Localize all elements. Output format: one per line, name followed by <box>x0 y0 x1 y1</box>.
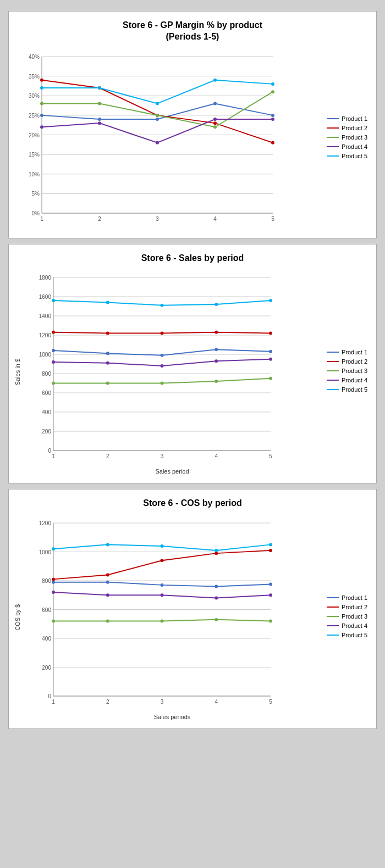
chart-legend: Product 1 Product 2 Product 3 Product 4 … <box>327 594 371 641</box>
legend-item: Product 4 <box>327 622 371 629</box>
svg-point-46 <box>98 86 101 90</box>
svg-point-85 <box>215 331 218 334</box>
chart1-container: Store 6 - GP Margin % by product(Periods… <box>8 11 377 238</box>
legend-line-color <box>327 616 339 617</box>
legend-label: Product 5 <box>342 632 367 638</box>
legend-item: Product 1 <box>327 594 371 601</box>
svg-point-89 <box>161 382 164 385</box>
svg-point-139 <box>106 593 109 597</box>
chart1-area: 0%5%10%15%20%25%30%35%40%12345 Product 1… <box>14 48 371 230</box>
svg-point-146 <box>215 549 218 552</box>
svg-text:1200: 1200 <box>39 332 52 338</box>
legend-item: Product 3 <box>327 368 371 374</box>
svg-point-35 <box>40 102 43 105</box>
legend-label: Product 1 <box>342 115 367 122</box>
svg-text:2: 2 <box>106 453 109 459</box>
legend-item: Product 1 <box>327 115 371 122</box>
svg-point-101 <box>269 299 272 302</box>
svg-text:3: 3 <box>156 216 159 222</box>
svg-point-88 <box>106 382 109 385</box>
svg-point-48 <box>213 78 217 81</box>
svg-text:1: 1 <box>52 453 55 459</box>
svg-point-95 <box>215 360 218 363</box>
svg-point-38 <box>213 125 217 129</box>
svg-point-77 <box>52 349 55 352</box>
chart3-container: Store 6 - COS by period COS by $ 0200400… <box>8 489 377 729</box>
svg-point-132 <box>269 549 272 552</box>
svg-text:600: 600 <box>42 390 51 396</box>
legend-line-color <box>327 597 339 598</box>
svg-point-47 <box>156 102 159 105</box>
legend-item: Product 1 <box>327 349 371 355</box>
svg-text:5: 5 <box>269 453 272 459</box>
svg-point-128 <box>52 578 55 581</box>
legend-label: Product 2 <box>342 604 367 610</box>
svg-point-143 <box>52 547 55 550</box>
svg-text:1: 1 <box>40 216 43 222</box>
legend-label: Product 4 <box>342 377 367 383</box>
legend-item: Product 3 <box>327 134 371 141</box>
svg-point-129 <box>106 574 109 577</box>
svg-point-82 <box>52 331 55 334</box>
svg-point-36 <box>98 102 101 105</box>
legend-label: Product 2 <box>342 125 367 131</box>
svg-text:1: 1 <box>52 699 55 705</box>
legend-item: Product 4 <box>327 143 371 150</box>
svg-point-97 <box>52 299 55 302</box>
chart-legend: Product 1 Product 2 Product 3 Product 4 … <box>327 349 371 396</box>
svg-point-98 <box>106 301 109 304</box>
svg-point-44 <box>271 118 274 121</box>
legend-label: Product 5 <box>342 153 367 159</box>
chart3-yaxis-label: COS by $ <box>14 604 21 631</box>
svg-point-124 <box>106 581 109 584</box>
svg-point-81 <box>269 350 272 353</box>
svg-point-26 <box>98 118 101 121</box>
chart3-inner: 02004006008001000120012345 Sales periods <box>23 515 321 720</box>
chart3-area: COS by $ 02004006008001000120012345 Sale… <box>14 515 371 720</box>
legend-label: Product 5 <box>342 386 367 393</box>
legend-line-color <box>327 370 339 371</box>
svg-point-80 <box>215 348 218 352</box>
legend-item: Product 2 <box>327 604 371 610</box>
svg-point-43 <box>213 118 217 121</box>
svg-point-39 <box>271 90 274 93</box>
svg-text:2: 2 <box>98 216 101 222</box>
chart2-inner: 02004006008001000120014001600180012345 S… <box>23 269 321 475</box>
legend-line-color <box>327 137 339 138</box>
legend-line-color <box>327 625 339 626</box>
legend-line-color <box>327 635 339 636</box>
svg-point-94 <box>161 364 164 368</box>
svg-text:1000: 1000 <box>39 352 52 358</box>
legend-item: Product 2 <box>327 358 371 365</box>
svg-text:30%: 30% <box>29 93 40 99</box>
svg-point-79 <box>161 354 164 357</box>
chart2-yaxis-label: Sales in $ <box>14 359 21 385</box>
legend-label: Product 1 <box>342 349 367 355</box>
svg-point-145 <box>161 544 164 548</box>
legend-label: Product 3 <box>342 368 367 374</box>
legend-line-color <box>327 380 339 381</box>
legend-line-color <box>327 361 339 362</box>
svg-point-90 <box>215 380 218 383</box>
legend-label: Product 4 <box>342 143 367 150</box>
legend-item: Product 3 <box>327 613 371 620</box>
svg-text:1000: 1000 <box>39 549 52 555</box>
svg-text:25%: 25% <box>29 112 40 118</box>
svg-point-42 <box>156 141 159 144</box>
svg-text:4: 4 <box>215 453 218 459</box>
svg-point-84 <box>161 332 164 335</box>
svg-text:4: 4 <box>213 216 217 222</box>
svg-text:1400: 1400 <box>39 313 52 319</box>
svg-point-123 <box>52 581 55 584</box>
chart3-title: Store 6 - COS by period <box>14 498 371 509</box>
svg-point-28 <box>213 102 217 105</box>
svg-point-142 <box>269 593 272 597</box>
svg-point-137 <box>269 620 272 623</box>
chart2-title: Store 6 - Sales by period <box>14 253 371 264</box>
svg-point-96 <box>269 358 272 361</box>
chart2-area: Sales in $ 02004006008001000120014001600… <box>14 269 371 475</box>
legend-item: Product 5 <box>327 386 371 393</box>
svg-point-33 <box>213 121 217 125</box>
legend-line-color <box>327 127 339 129</box>
chart1-title: Store 6 - GP Margin % by product(Periods… <box>14 20 371 43</box>
